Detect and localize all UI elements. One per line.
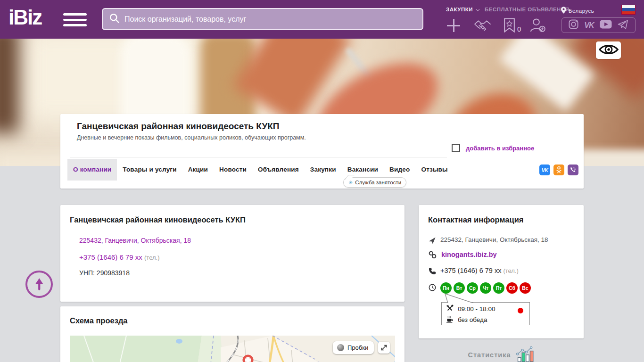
link-icon — [429, 251, 437, 261]
map-pin-icon — [561, 7, 566, 15]
language-flag-russia[interactable] — [621, 5, 636, 15]
chevron-down-icon — [476, 7, 479, 11]
company-subtitle: Дневные и вечерние показы фильмов, социа… — [77, 134, 306, 141]
company-website-link[interactable]: kinogants.ibiz.by — [441, 251, 497, 258]
add-to-favorites[interactable]: добавить в избранное — [452, 144, 534, 152]
nav-free-ads[interactable]: БЕСПЛАТНЫЕ ОБЪЯВЛЕНИЯ — [485, 7, 569, 12]
directions-card: Схема проезда — [60, 306, 405, 362]
contact-title: Контактная информация — [428, 215, 523, 224]
favorite-label: добавить в избранное — [466, 145, 534, 152]
statistics-label: Статистика — [468, 351, 511, 359]
menu-icon[interactable] — [63, 13, 87, 26]
tab-reviews[interactable]: Отзывы — [415, 159, 453, 181]
contact-phone-link[interactable]: +375 (1646) 6 79 xx (тел.) — [440, 267, 519, 274]
company-social-links: VK — [539, 165, 578, 175]
vk-button[interactable]: VK — [539, 165, 550, 175]
header-social-links: VK — [561, 17, 636, 33]
tools-icon — [446, 304, 454, 313]
tab-ads[interactable]: Объявления — [252, 159, 305, 181]
day-badge-fri[interactable]: Пт — [493, 282, 504, 294]
company-unp: УНП: 290983918 — [79, 269, 130, 277]
search-icon — [109, 13, 124, 25]
divider — [70, 157, 447, 157]
contact-info-card: Контактная информация 225432, Ганцевичи,… — [419, 205, 584, 338]
about-company-card: Ганцевичская районная киновидеосеть КУКП… — [60, 205, 405, 302]
add-company-icon[interactable] — [447, 19, 460, 32]
favorite-checkbox[interactable] — [452, 144, 460, 152]
company-phone-link[interactable]: +375 (1646) 6 79 xx (тел.) — [79, 253, 159, 261]
contact-address: 225432, Ганцевичи, Октябрьская, 18 — [440, 236, 548, 243]
lunch-info: без обеда — [458, 316, 487, 323]
search-bar — [102, 8, 423, 30]
eye-icon — [599, 43, 619, 58]
user-add-icon[interactable] — [530, 18, 545, 34]
tab-promotions[interactable]: Акции — [182, 159, 214, 181]
arrow-up-icon — [34, 277, 44, 291]
region-selector[interactable]: Беларусь — [561, 7, 594, 15]
tab-news[interactable]: Новости — [214, 159, 252, 181]
tab-products[interactable]: Товары и услуги — [117, 159, 182, 181]
instagram-icon[interactable] — [569, 19, 578, 31]
map-fullscreen-button[interactable] — [378, 342, 390, 354]
day-badge-tue[interactable]: Вт — [454, 282, 465, 294]
map-canvas[interactable]: Пробки — [70, 336, 395, 362]
company-header-card: Ганцевичская районная киновидеосеть КУКП… — [60, 114, 584, 189]
day-badge-thu[interactable]: Чт — [480, 282, 491, 294]
working-hours: 09:00 - 18:00 — [458, 305, 495, 313]
handshake-icon[interactable] — [474, 19, 491, 33]
nav-purchases[interactable]: ЗАКУПКИ — [446, 7, 479, 12]
map-title: Схема проезда — [70, 316, 128, 325]
day-badge-sun[interactable]: Вс — [520, 282, 531, 294]
traffic-icon — [337, 344, 344, 351]
favorites-count[interactable]: 0 — [517, 25, 521, 33]
odnoklassniki-button[interactable] — [553, 165, 564, 175]
day-badge-sat[interactable]: Сб — [506, 282, 518, 294]
youtube-icon[interactable] — [600, 20, 612, 31]
telegram-icon[interactable] — [618, 20, 628, 31]
site-logo[interactable]: iBiz — [8, 6, 41, 29]
schedule-tooltip: 09:00 - 18:00 без обеда — [441, 302, 530, 325]
day-badge-mon[interactable]: Пн — [440, 282, 452, 294]
bookmark-star-icon[interactable] — [504, 18, 515, 34]
snowflake-icon: ✳ — [348, 180, 353, 186]
traffic-toggle-button[interactable]: Пробки — [333, 341, 374, 354]
working-days: Пн Вт Ср Чт Пт Сб Вс — [440, 282, 531, 294]
clock-icon — [429, 284, 436, 293]
coffee-cup-icon — [446, 315, 454, 324]
tab-about[interactable]: О компании — [67, 159, 117, 181]
page-title: Ганцевичская районная киновидеосеть КУКП — [77, 121, 279, 132]
phone-note: (тел.) — [144, 254, 159, 261]
tab-purchases[interactable]: Закупки — [305, 159, 342, 181]
employment-service-badge[interactable]: ✳ Служба занятости — [343, 177, 406, 188]
site-header: iBiz ЗАКУПКИ БЕСПЛАТНЫЕ ОБЪЯВЛЕНИЯ Белар… — [0, 0, 644, 39]
chart-icon — [516, 346, 535, 362]
status-dot — [518, 308, 523, 313]
visually-impaired-version-button[interactable] — [596, 41, 621, 59]
search-input[interactable] — [124, 15, 416, 24]
day-badge-wed[interactable]: Ср — [467, 282, 478, 294]
statistics-section: Статистика — [419, 346, 584, 362]
vk-icon[interactable]: VK — [584, 21, 594, 30]
viber-button[interactable] — [568, 165, 578, 175]
phone-icon — [429, 267, 436, 277]
tooltip-pointer — [443, 294, 476, 303]
about-title: Ганцевичская районная киновидеосеть КУКП — [70, 215, 246, 224]
expand-icon — [380, 344, 388, 352]
navigation-arrow-icon — [429, 237, 436, 246]
company-address-link[interactable]: 225432, Ганцевичи, Октябрьская, 18 — [79, 237, 191, 244]
scroll-to-top-button[interactable] — [25, 271, 53, 298]
